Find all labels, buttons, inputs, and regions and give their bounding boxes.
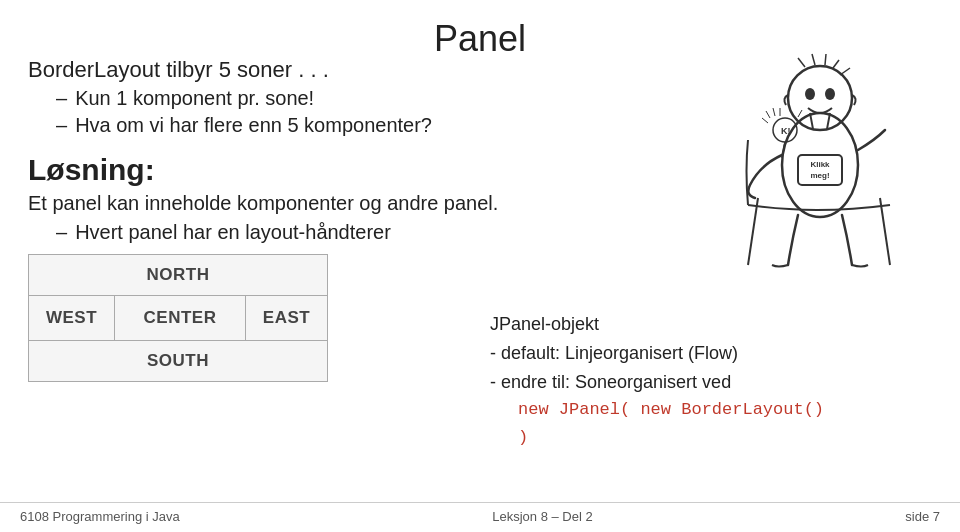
grid-cell-center: CENTER: [115, 295, 246, 340]
main-bullet: BorderLayout tilbyr 5 soner . . .: [28, 55, 590, 85]
svg-line-6: [825, 54, 826, 65]
svg-line-7: [833, 60, 839, 68]
grid-cell-north: NORTH: [29, 254, 328, 295]
svg-text:meg!: meg!: [810, 171, 829, 180]
jpanel-default: - default: Linjeorganisert (Flow): [490, 339, 830, 368]
footer-left: 6108 Programmering i Java: [20, 509, 180, 524]
svg-line-20: [766, 111, 770, 118]
jpanel-title: JPanel-objekt: [490, 310, 830, 339]
footer: 6108 Programmering i Java Leksjon 8 – De…: [0, 502, 960, 524]
borderlayout-grid: NORTH WEST CENTER EAST SOUTH: [28, 254, 328, 382]
jpanel-info: JPanel-objekt - default: Linjeorganisert…: [490, 310, 830, 451]
grid-cell-south: SOUTH: [29, 340, 328, 381]
svg-text:Klikk: Klikk: [810, 160, 830, 169]
svg-line-19: [762, 118, 768, 123]
illustration: Klikk meg! K!: [650, 10, 940, 300]
losning-heading: Løsning:: [28, 153, 590, 187]
footer-right: side 7: [905, 509, 940, 524]
grid-cell-west: WEST: [29, 295, 115, 340]
svg-line-8: [840, 68, 850, 75]
jpanel-code: new JPanel( new BorderLayout() ): [490, 396, 830, 450]
svg-line-15: [880, 198, 890, 265]
svg-line-14: [748, 198, 758, 265]
svg-text:K!: K!: [781, 126, 791, 136]
svg-point-2: [805, 88, 815, 100]
losning-text: Et panel kan inneholde komponenter og an…: [28, 189, 590, 217]
hvert-panel-bullet: Hvert panel har en layout-håndterer: [28, 221, 590, 244]
svg-line-4: [798, 58, 805, 67]
svg-point-1: [788, 66, 852, 130]
svg-line-23: [798, 110, 802, 117]
sub-bullet-2: Hva om vi har flere enn 5 komponenter?: [28, 112, 590, 139]
footer-center: Leksjon 8 – Del 2: [492, 509, 592, 524]
svg-line-21: [773, 108, 775, 116]
jpanel-change: - endre til: Soneorganisert ved: [490, 368, 830, 397]
sub-bullet-1: Kun 1 komponent pr. sone!: [28, 85, 590, 112]
grid-cell-east: EAST: [245, 295, 327, 340]
svg-point-3: [825, 88, 835, 100]
svg-line-5: [812, 54, 815, 65]
